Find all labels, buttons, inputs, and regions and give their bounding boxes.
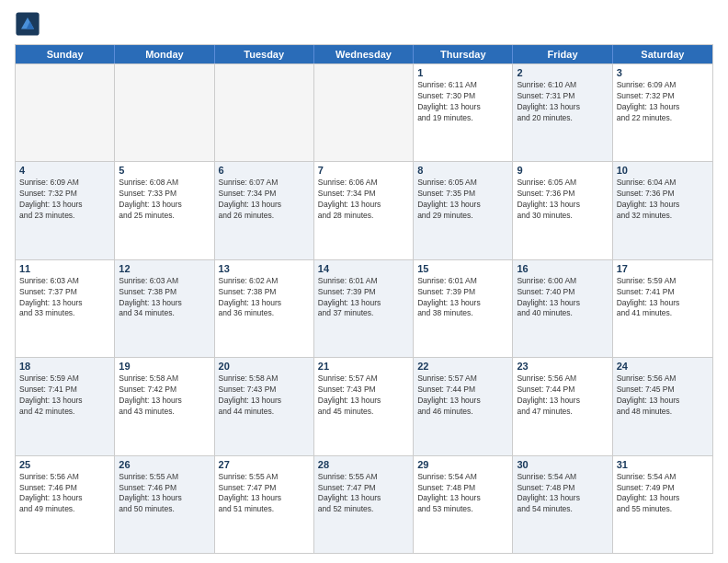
logo-icon xyxy=(15,11,40,37)
day-number: 24 xyxy=(617,361,709,372)
cell-info: Sunrise: 5:55 AM Sunset: 7:46 PM Dayligh… xyxy=(119,472,210,516)
cell-info: Sunrise: 6:01 AM Sunset: 7:39 PM Dayligh… xyxy=(318,276,409,320)
table-row: 3Sunrise: 6:09 AM Sunset: 7:32 PM Daylig… xyxy=(613,64,712,161)
table-row: 31Sunrise: 5:54 AM Sunset: 7:49 PM Dayli… xyxy=(613,456,712,553)
calendar: SundayMondayTuesdayWednesdayThursdayFrid… xyxy=(15,44,713,554)
cell-info: Sunrise: 5:54 AM Sunset: 7:48 PM Dayligh… xyxy=(417,472,508,516)
cell-info: Sunrise: 6:06 AM Sunset: 7:34 PM Dayligh… xyxy=(318,178,409,222)
cell-info: Sunrise: 6:01 AM Sunset: 7:39 PM Dayligh… xyxy=(417,276,508,320)
calendar-header-day: Friday xyxy=(513,45,612,63)
day-number: 4 xyxy=(19,165,110,176)
day-number: 16 xyxy=(517,263,608,274)
day-number: 17 xyxy=(617,263,709,274)
table-row: 26Sunrise: 5:55 AM Sunset: 7:46 PM Dayli… xyxy=(115,456,214,553)
table-row xyxy=(16,64,115,161)
cell-info: Sunrise: 5:58 AM Sunset: 7:43 PM Dayligh… xyxy=(219,373,310,418)
table-row xyxy=(314,64,414,161)
table-row: 27Sunrise: 5:55 AM Sunset: 7:47 PM Dayli… xyxy=(215,456,314,553)
day-number: 26 xyxy=(119,459,210,470)
day-number: 19 xyxy=(119,361,210,372)
table-row: 29Sunrise: 5:54 AM Sunset: 7:48 PM Dayli… xyxy=(414,456,513,553)
day-number: 10 xyxy=(617,165,709,176)
day-number: 28 xyxy=(318,459,409,470)
table-row: 5Sunrise: 6:08 AM Sunset: 7:33 PM Daylig… xyxy=(115,162,214,259)
table-row: 4Sunrise: 6:09 AM Sunset: 7:32 PM Daylig… xyxy=(16,162,115,259)
table-row: 22Sunrise: 5:57 AM Sunset: 7:44 PM Dayli… xyxy=(414,358,513,454)
table-row xyxy=(215,64,314,161)
cell-info: Sunrise: 5:58 AM Sunset: 7:42 PM Dayligh… xyxy=(119,373,210,418)
day-number: 7 xyxy=(318,165,409,176)
table-row: 10Sunrise: 6:04 AM Sunset: 7:36 PM Dayli… xyxy=(613,162,712,259)
cell-info: Sunrise: 5:59 AM Sunset: 7:41 PM Dayligh… xyxy=(617,276,709,320)
cell-info: Sunrise: 6:07 AM Sunset: 7:34 PM Dayligh… xyxy=(219,178,310,222)
table-row: 11Sunrise: 6:03 AM Sunset: 7:37 PM Dayli… xyxy=(16,260,115,357)
day-number: 12 xyxy=(119,263,210,274)
day-number: 14 xyxy=(318,263,409,274)
cell-info: Sunrise: 5:55 AM Sunset: 7:47 PM Dayligh… xyxy=(318,472,409,516)
table-row: 7Sunrise: 6:06 AM Sunset: 7:34 PM Daylig… xyxy=(314,162,414,259)
table-row: 23Sunrise: 5:56 AM Sunset: 7:44 PM Dayli… xyxy=(513,358,612,454)
cell-info: Sunrise: 6:11 AM Sunset: 7:30 PM Dayligh… xyxy=(417,80,508,124)
day-number: 21 xyxy=(318,361,409,372)
day-number: 8 xyxy=(417,165,508,176)
day-number: 1 xyxy=(417,67,508,78)
table-row: 14Sunrise: 6:01 AM Sunset: 7:39 PM Dayli… xyxy=(314,260,414,357)
day-number: 27 xyxy=(219,459,310,470)
table-row: 17Sunrise: 5:59 AM Sunset: 7:41 PM Dayli… xyxy=(613,260,712,357)
cell-info: Sunrise: 6:02 AM Sunset: 7:38 PM Dayligh… xyxy=(219,276,310,320)
table-row: 25Sunrise: 5:56 AM Sunset: 7:46 PM Dayli… xyxy=(16,456,115,553)
table-row: 21Sunrise: 5:57 AM Sunset: 7:43 PM Dayli… xyxy=(314,358,414,454)
day-number: 20 xyxy=(219,361,310,372)
cell-info: Sunrise: 5:57 AM Sunset: 7:43 PM Dayligh… xyxy=(318,373,409,418)
calendar-header-day: Thursday xyxy=(414,45,513,63)
cell-info: Sunrise: 5:56 AM Sunset: 7:46 PM Dayligh… xyxy=(19,472,110,516)
cell-info: Sunrise: 6:10 AM Sunset: 7:31 PM Dayligh… xyxy=(517,80,608,124)
day-number: 18 xyxy=(19,361,110,372)
day-number: 15 xyxy=(417,263,508,274)
calendar-row: 4Sunrise: 6:09 AM Sunset: 7:32 PM Daylig… xyxy=(16,161,712,259)
day-number: 3 xyxy=(617,67,709,78)
calendar-row: 11Sunrise: 6:03 AM Sunset: 7:37 PM Dayli… xyxy=(16,259,712,357)
table-row: 18Sunrise: 5:59 AM Sunset: 7:41 PM Dayli… xyxy=(16,358,115,454)
calendar-row: 1Sunrise: 6:11 AM Sunset: 7:30 PM Daylig… xyxy=(16,63,712,161)
day-number: 5 xyxy=(119,165,210,176)
cell-info: Sunrise: 6:03 AM Sunset: 7:37 PM Dayligh… xyxy=(19,276,110,320)
cell-info: Sunrise: 6:03 AM Sunset: 7:38 PM Dayligh… xyxy=(119,276,210,320)
cell-info: Sunrise: 5:54 AM Sunset: 7:48 PM Dayligh… xyxy=(517,472,608,516)
table-row: 24Sunrise: 5:56 AM Sunset: 7:45 PM Dayli… xyxy=(613,358,712,454)
day-number: 25 xyxy=(19,459,110,470)
cell-info: Sunrise: 6:05 AM Sunset: 7:35 PM Dayligh… xyxy=(417,178,508,222)
calendar-body: 1Sunrise: 6:11 AM Sunset: 7:30 PM Daylig… xyxy=(16,63,712,553)
cell-info: Sunrise: 6:04 AM Sunset: 7:36 PM Dayligh… xyxy=(617,178,709,222)
day-number: 6 xyxy=(219,165,310,176)
logo xyxy=(15,11,44,37)
day-number: 31 xyxy=(617,459,709,470)
day-number: 23 xyxy=(517,361,608,372)
calendar-header-day: Sunday xyxy=(16,45,115,63)
table-row: 13Sunrise: 6:02 AM Sunset: 7:38 PM Dayli… xyxy=(215,260,314,357)
cell-info: Sunrise: 6:05 AM Sunset: 7:36 PM Dayligh… xyxy=(517,178,608,222)
table-row: 16Sunrise: 6:00 AM Sunset: 7:40 PM Dayli… xyxy=(513,260,612,357)
calendar-header-day: Tuesday xyxy=(215,45,314,63)
header xyxy=(15,11,713,37)
calendar-header: SundayMondayTuesdayWednesdayThursdayFrid… xyxy=(16,45,712,63)
table-row: 1Sunrise: 6:11 AM Sunset: 7:30 PM Daylig… xyxy=(414,64,513,161)
day-number: 22 xyxy=(417,361,508,372)
day-number: 2 xyxy=(517,67,608,78)
calendar-row: 25Sunrise: 5:56 AM Sunset: 7:46 PM Dayli… xyxy=(16,455,712,553)
cell-info: Sunrise: 5:55 AM Sunset: 7:47 PM Dayligh… xyxy=(219,472,310,516)
cell-info: Sunrise: 5:54 AM Sunset: 7:49 PM Dayligh… xyxy=(617,472,709,516)
calendar-header-day: Wednesday xyxy=(314,45,414,63)
day-number: 11 xyxy=(19,263,110,274)
table-row: 15Sunrise: 6:01 AM Sunset: 7:39 PM Dayli… xyxy=(414,260,513,357)
table-row xyxy=(115,64,214,161)
cell-info: Sunrise: 6:09 AM Sunset: 7:32 PM Dayligh… xyxy=(19,178,110,222)
calendar-header-day: Monday xyxy=(115,45,214,63)
cell-info: Sunrise: 5:56 AM Sunset: 7:44 PM Dayligh… xyxy=(517,373,608,418)
calendar-row: 18Sunrise: 5:59 AM Sunset: 7:41 PM Dayli… xyxy=(16,357,712,454)
cell-info: Sunrise: 6:08 AM Sunset: 7:33 PM Dayligh… xyxy=(119,178,210,222)
table-row: 28Sunrise: 5:55 AM Sunset: 7:47 PM Dayli… xyxy=(314,456,414,553)
cell-info: Sunrise: 5:59 AM Sunset: 7:41 PM Dayligh… xyxy=(19,373,110,418)
day-number: 13 xyxy=(219,263,310,274)
cell-info: Sunrise: 5:57 AM Sunset: 7:44 PM Dayligh… xyxy=(417,373,508,418)
